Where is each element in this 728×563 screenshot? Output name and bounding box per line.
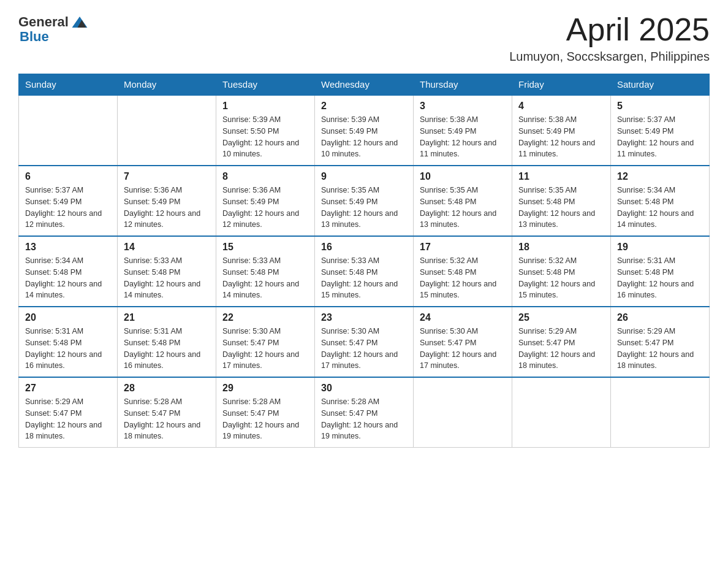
day-number: 28 bbox=[124, 383, 210, 394]
calendar-cell bbox=[19, 95, 118, 166]
day-number: 20 bbox=[25, 312, 111, 323]
calendar-cell: 4Sunrise: 5:38 AMSunset: 5:49 PMDaylight… bbox=[512, 95, 611, 166]
calendar-cell: 5Sunrise: 5:37 AMSunset: 5:49 PMDaylight… bbox=[611, 95, 710, 166]
day-number: 23 bbox=[321, 312, 407, 323]
day-info: Sunrise: 5:35 AMSunset: 5:48 PMDaylight:… bbox=[420, 185, 506, 231]
calendar-week-row: 13Sunrise: 5:34 AMSunset: 5:48 PMDayligh… bbox=[19, 236, 710, 307]
day-number: 8 bbox=[222, 171, 308, 182]
calendar-cell: 26Sunrise: 5:29 AMSunset: 5:47 PMDayligh… bbox=[611, 307, 710, 377]
calendar-cell: 27Sunrise: 5:29 AMSunset: 5:47 PMDayligh… bbox=[19, 377, 118, 448]
day-info: Sunrise: 5:38 AMSunset: 5:49 PMDaylight:… bbox=[420, 114, 506, 160]
day-info: Sunrise: 5:37 AMSunset: 5:49 PMDaylight:… bbox=[617, 114, 703, 160]
weekday-header-tuesday: Tuesday bbox=[216, 74, 315, 96]
calendar-week-row: 20Sunrise: 5:31 AMSunset: 5:48 PMDayligh… bbox=[19, 307, 710, 377]
logo-icon bbox=[70, 12, 89, 32]
day-number: 5 bbox=[617, 101, 703, 112]
calendar-cell: 13Sunrise: 5:34 AMSunset: 5:48 PMDayligh… bbox=[19, 236, 118, 307]
calendar-cell: 25Sunrise: 5:29 AMSunset: 5:47 PMDayligh… bbox=[512, 307, 611, 377]
day-number: 19 bbox=[617, 242, 703, 253]
day-info: Sunrise: 5:31 AMSunset: 5:48 PMDaylight:… bbox=[25, 326, 111, 372]
calendar-cell: 6Sunrise: 5:37 AMSunset: 5:49 PMDaylight… bbox=[19, 166, 118, 236]
calendar-cell: 21Sunrise: 5:31 AMSunset: 5:48 PMDayligh… bbox=[118, 307, 216, 377]
calendar-cell: 11Sunrise: 5:35 AMSunset: 5:48 PMDayligh… bbox=[512, 166, 611, 236]
logo-blue: Blue bbox=[20, 29, 49, 44]
title-block: April 2025 Lumuyon, Soccsksargen, Philip… bbox=[509, 12, 710, 64]
day-info: Sunrise: 5:30 AMSunset: 5:47 PMDaylight:… bbox=[321, 326, 407, 372]
calendar-cell: 22Sunrise: 5:30 AMSunset: 5:47 PMDayligh… bbox=[216, 307, 315, 377]
day-number: 2 bbox=[321, 101, 407, 112]
calendar-week-row: 6Sunrise: 5:37 AMSunset: 5:49 PMDaylight… bbox=[19, 166, 710, 236]
calendar-cell: 19Sunrise: 5:31 AMSunset: 5:48 PMDayligh… bbox=[611, 236, 710, 307]
day-info: Sunrise: 5:37 AMSunset: 5:49 PMDaylight:… bbox=[25, 185, 111, 231]
calendar-cell: 30Sunrise: 5:28 AMSunset: 5:47 PMDayligh… bbox=[315, 377, 414, 448]
calendar-cell: 10Sunrise: 5:35 AMSunset: 5:48 PMDayligh… bbox=[414, 166, 512, 236]
weekday-header-saturday: Saturday bbox=[611, 74, 710, 96]
day-number: 21 bbox=[124, 312, 210, 323]
calendar-cell: 17Sunrise: 5:32 AMSunset: 5:48 PMDayligh… bbox=[414, 236, 512, 307]
day-number: 15 bbox=[222, 242, 308, 253]
day-number: 4 bbox=[518, 101, 604, 112]
day-number: 18 bbox=[518, 242, 604, 253]
day-number: 24 bbox=[420, 312, 506, 323]
day-number: 22 bbox=[222, 312, 308, 323]
calendar-cell: 8Sunrise: 5:36 AMSunset: 5:49 PMDaylight… bbox=[216, 166, 315, 236]
day-info: Sunrise: 5:30 AMSunset: 5:47 PMDaylight:… bbox=[222, 326, 308, 372]
day-number: 17 bbox=[420, 242, 506, 253]
calendar-cell: 9Sunrise: 5:35 AMSunset: 5:49 PMDaylight… bbox=[315, 166, 414, 236]
day-info: Sunrise: 5:28 AMSunset: 5:47 PMDaylight:… bbox=[124, 396, 210, 442]
day-info: Sunrise: 5:33 AMSunset: 5:48 PMDaylight:… bbox=[321, 255, 407, 301]
calendar-cell: 24Sunrise: 5:30 AMSunset: 5:47 PMDayligh… bbox=[414, 307, 512, 377]
day-number: 25 bbox=[518, 312, 604, 323]
day-number: 13 bbox=[25, 242, 111, 253]
calendar-cell bbox=[414, 377, 512, 448]
calendar-cell: 15Sunrise: 5:33 AMSunset: 5:48 PMDayligh… bbox=[216, 236, 315, 307]
calendar-cell bbox=[118, 95, 216, 166]
day-number: 11 bbox=[518, 171, 604, 182]
calendar-cell: 2Sunrise: 5:39 AMSunset: 5:49 PMDaylight… bbox=[315, 95, 414, 166]
day-info: Sunrise: 5:39 AMSunset: 5:50 PMDaylight:… bbox=[222, 114, 308, 160]
calendar-table: SundayMondayTuesdayWednesdayThursdayFrid… bbox=[18, 74, 710, 448]
day-info: Sunrise: 5:36 AMSunset: 5:49 PMDaylight:… bbox=[124, 185, 210, 231]
day-info: Sunrise: 5:31 AMSunset: 5:48 PMDaylight:… bbox=[617, 255, 703, 301]
calendar-cell: 28Sunrise: 5:28 AMSunset: 5:47 PMDayligh… bbox=[118, 377, 216, 448]
page-header: General Blue April 2025 Lumuyon, Soccsks… bbox=[18, 12, 710, 64]
calendar-cell: 12Sunrise: 5:34 AMSunset: 5:48 PMDayligh… bbox=[611, 166, 710, 236]
day-number: 10 bbox=[420, 171, 506, 182]
calendar-cell: 14Sunrise: 5:33 AMSunset: 5:48 PMDayligh… bbox=[118, 236, 216, 307]
day-number: 9 bbox=[321, 171, 407, 182]
calendar-cell: 18Sunrise: 5:32 AMSunset: 5:48 PMDayligh… bbox=[512, 236, 611, 307]
day-info: Sunrise: 5:33 AMSunset: 5:48 PMDaylight:… bbox=[222, 255, 308, 301]
calendar-cell bbox=[611, 377, 710, 448]
day-number: 1 bbox=[222, 101, 308, 112]
day-info: Sunrise: 5:28 AMSunset: 5:47 PMDaylight:… bbox=[222, 396, 308, 442]
day-info: Sunrise: 5:32 AMSunset: 5:48 PMDaylight:… bbox=[518, 255, 604, 301]
weekday-header-thursday: Thursday bbox=[414, 74, 512, 96]
weekday-header-friday: Friday bbox=[512, 74, 611, 96]
day-info: Sunrise: 5:29 AMSunset: 5:47 PMDaylight:… bbox=[25, 396, 111, 442]
day-info: Sunrise: 5:35 AMSunset: 5:49 PMDaylight:… bbox=[321, 185, 407, 231]
calendar-cell: 7Sunrise: 5:36 AMSunset: 5:49 PMDaylight… bbox=[118, 166, 216, 236]
day-number: 27 bbox=[25, 383, 111, 394]
day-info: Sunrise: 5:30 AMSunset: 5:47 PMDaylight:… bbox=[420, 326, 506, 372]
calendar-cell: 23Sunrise: 5:30 AMSunset: 5:47 PMDayligh… bbox=[315, 307, 414, 377]
calendar-title: April 2025 bbox=[509, 12, 710, 47]
day-number: 29 bbox=[222, 383, 308, 394]
calendar-cell: 16Sunrise: 5:33 AMSunset: 5:48 PMDayligh… bbox=[315, 236, 414, 307]
day-info: Sunrise: 5:32 AMSunset: 5:48 PMDaylight:… bbox=[420, 255, 506, 301]
day-info: Sunrise: 5:38 AMSunset: 5:49 PMDaylight:… bbox=[518, 114, 604, 160]
day-number: 12 bbox=[617, 171, 703, 182]
weekday-header-wednesday: Wednesday bbox=[315, 74, 414, 96]
weekday-header-row: SundayMondayTuesdayWednesdayThursdayFrid… bbox=[19, 74, 710, 96]
day-number: 3 bbox=[420, 101, 506, 112]
day-info: Sunrise: 5:34 AMSunset: 5:48 PMDaylight:… bbox=[617, 185, 703, 231]
calendar-cell: 29Sunrise: 5:28 AMSunset: 5:47 PMDayligh… bbox=[216, 377, 315, 448]
day-number: 30 bbox=[321, 383, 407, 394]
day-number: 7 bbox=[124, 171, 210, 182]
calendar-week-row: 27Sunrise: 5:29 AMSunset: 5:47 PMDayligh… bbox=[19, 377, 710, 448]
weekday-header-monday: Monday bbox=[118, 74, 216, 96]
calendar-cell: 20Sunrise: 5:31 AMSunset: 5:48 PMDayligh… bbox=[19, 307, 118, 377]
calendar-week-row: 1Sunrise: 5:39 AMSunset: 5:50 PMDaylight… bbox=[19, 95, 710, 166]
day-info: Sunrise: 5:29 AMSunset: 5:47 PMDaylight:… bbox=[518, 326, 604, 372]
day-info: Sunrise: 5:33 AMSunset: 5:48 PMDaylight:… bbox=[124, 255, 210, 301]
day-info: Sunrise: 5:34 AMSunset: 5:48 PMDaylight:… bbox=[25, 255, 111, 301]
